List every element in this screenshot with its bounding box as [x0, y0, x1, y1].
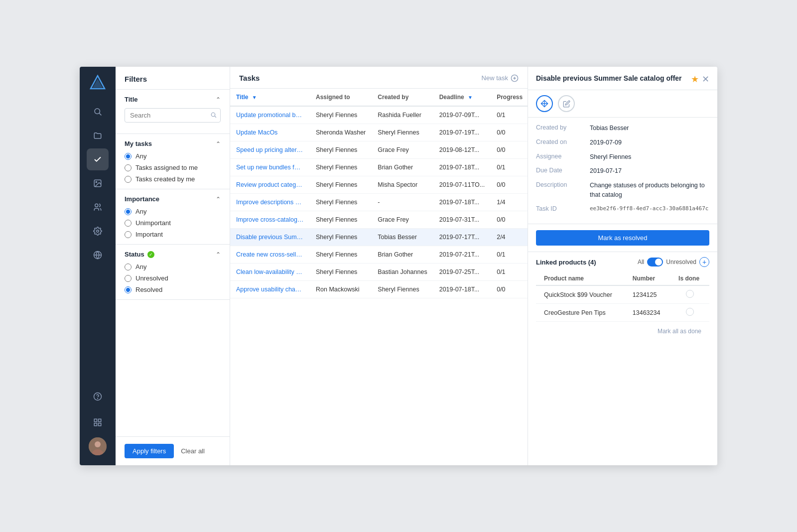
- sidebar: [80, 67, 116, 465]
- linked-col-done: Is done: [670, 272, 709, 285]
- filter-importance-header[interactable]: Importance ⌃: [125, 195, 221, 203]
- cell-deadline: 2019-07-21T...: [433, 246, 491, 264]
- sidebar-item-globe[interactable]: [87, 244, 109, 266]
- snowflake-icon-button[interactable]: [536, 95, 553, 112]
- filter-importance-important[interactable]: Important: [125, 231, 221, 238]
- detail-title: Disable previous Summer Sale catalog off…: [536, 74, 687, 84]
- cell-deadline: 2019-07-17T...: [433, 229, 491, 246]
- sidebar-item-settings[interactable]: [87, 220, 109, 242]
- filter-importance-section: Importance ⌃ Any Unimportant Important: [116, 189, 230, 245]
- table-row[interactable]: Set up new bundles for Au... Sheryl Fien…: [230, 159, 528, 176]
- sidebar-item-image[interactable]: [87, 172, 109, 194]
- filter-status-any[interactable]: Any: [125, 263, 221, 270]
- cell-created: Brian Gother: [372, 246, 433, 264]
- cell-assigned: Sheronda Washer: [310, 124, 372, 141]
- filter-mytasks-assigned[interactable]: Tasks assigned to me: [125, 164, 221, 171]
- cell-title: Update MacOs: [230, 124, 310, 141]
- cell-created: Bastian Johannes: [372, 264, 433, 281]
- sidebar-item-apps[interactable]: [87, 411, 109, 433]
- col-deadline[interactable]: Deadline ▼: [433, 89, 491, 106]
- cell-assigned: Sheryl Fiennes: [310, 106, 372, 124]
- cell-created: Brian Gother: [372, 159, 433, 176]
- app-logo: [88, 73, 108, 93]
- sidebar-item-folder[interactable]: [87, 125, 109, 146]
- linked-products-table: Product name Number Is done QuickStock $…: [536, 272, 709, 322]
- sidebar-item-tasks[interactable]: [87, 148, 109, 170]
- close-icon[interactable]: ✕: [702, 74, 709, 85]
- filter-status-section: Status ✓ ⌃ Any Unresolved Resolved: [116, 245, 230, 300]
- svg-point-2: [95, 109, 100, 114]
- filter-status-resolved[interactable]: Resolved: [125, 286, 221, 293]
- star-icon[interactable]: ★: [691, 74, 699, 85]
- col-title[interactable]: Title ▼: [230, 89, 310, 106]
- mark-all-done-button[interactable]: Mark all as done: [536, 326, 709, 341]
- filter-status-options: Any Unresolved Resolved: [125, 263, 221, 293]
- cell-deadline: 2019-07-31T...: [433, 211, 491, 229]
- table-row[interactable]: Speed up pricing alterations Sheryl Fien…: [230, 141, 528, 159]
- cell-title: Set up new bundles for Au...: [230, 159, 310, 176]
- filter-title-section: Title ⌃: [116, 90, 230, 134]
- linked-product-number: 1234125: [625, 285, 670, 304]
- detail-field-assignee: Assignee Sheryl Fiennes: [536, 152, 709, 162]
- table-row[interactable]: Disable previous Summer S... Sheryl Fien…: [230, 229, 528, 246]
- sidebar-item-search[interactable]: [87, 101, 109, 123]
- cell-deadline: 2019-07-18T...: [433, 281, 491, 298]
- linked-product-done[interactable]: [670, 304, 709, 322]
- new-task-button[interactable]: New task: [482, 74, 519, 82]
- cell-progress: 0/1: [491, 246, 528, 264]
- filter-status-unresolved[interactable]: Unresolved: [125, 274, 221, 282]
- sidebar-item-help[interactable]: [87, 386, 109, 407]
- filter-search-input[interactable]: [125, 108, 221, 123]
- sidebar-item-people[interactable]: [87, 196, 109, 218]
- linked-product-done[interactable]: [670, 285, 709, 304]
- add-linked-button[interactable]: +: [699, 257, 709, 267]
- filter-search-wrap: [125, 108, 221, 123]
- cell-title: Improve descriptions on All...: [230, 194, 310, 211]
- filter-title-label: Title: [125, 96, 138, 103]
- cell-deadline: 2019-07-09T...: [433, 106, 491, 124]
- filter-mytasks-header[interactable]: My tasks ⌃: [125, 140, 221, 147]
- filter-importance-unimportant[interactable]: Unimportant: [125, 219, 221, 227]
- filter-importance-any[interactable]: Any: [125, 208, 221, 215]
- filter-mytasks-created[interactable]: Tasks created by me: [125, 175, 221, 183]
- cell-title: Speed up pricing alterations: [230, 141, 310, 159]
- cell-assigned: Sheryl Fiennes: [310, 194, 372, 211]
- table-row[interactable]: Create new cross-sell for A... Sheryl Fi…: [230, 246, 528, 264]
- clear-filters-button[interactable]: Clear all: [179, 444, 207, 458]
- col-progress[interactable]: Progress: [491, 89, 528, 106]
- filters-panel: Filters Title ⌃ My tasks: [116, 67, 230, 465]
- chevron-up-icon: ⌃: [216, 140, 221, 147]
- cell-created: Sheryl Fiennes: [372, 124, 433, 141]
- table-row[interactable]: Clean low-availability produ... Sheryl F…: [230, 264, 528, 281]
- edit-icon-button[interactable]: [558, 95, 575, 112]
- cell-progress: 0/0: [491, 211, 528, 229]
- avatar[interactable]: [89, 437, 107, 455]
- linked-product-row[interactable]: CreoGesture Pen Tips 13463234: [536, 304, 709, 322]
- cell-progress: 2/4: [491, 229, 528, 246]
- cell-created: Sheryl Fiennes: [372, 281, 433, 298]
- col-created[interactable]: Created by: [372, 89, 433, 106]
- table-row[interactable]: Update MacOs Sheronda Washer Sheryl Fien…: [230, 124, 528, 141]
- detail-panel: Disable previous Summer Sale catalog off…: [528, 67, 717, 465]
- linked-title-row: Linked products (4) All Unresolved +: [536, 257, 709, 267]
- table-row[interactable]: Approve usability changes i... Ron Macko…: [230, 281, 528, 298]
- mark-resolved-button[interactable]: Mark as resolved: [536, 230, 709, 246]
- filter-title-header[interactable]: Title ⌃: [125, 96, 221, 103]
- linked-product-row[interactable]: QuickStock $99 Voucher 1234125: [536, 285, 709, 304]
- table-row[interactable]: Improve cross-catalog shari... Sheryl Fi…: [230, 211, 528, 229]
- svg-point-5: [96, 181, 97, 182]
- cell-assigned: Sheryl Fiennes: [310, 159, 372, 176]
- table-row[interactable]: Improve descriptions on All... Sheryl Fi…: [230, 194, 528, 211]
- svg-point-19: [211, 113, 215, 117]
- filter-mytasks-any[interactable]: Any: [125, 152, 221, 160]
- svg-point-17: [95, 441, 101, 447]
- linked-toggle[interactable]: [647, 258, 663, 266]
- filter-status-header[interactable]: Status ✓ ⌃: [125, 251, 221, 258]
- table-row[interactable]: Review product category fe... Sheryl Fie…: [230, 176, 528, 194]
- cell-progress: 0/1: [491, 159, 528, 176]
- cell-progress: 0/1: [491, 264, 528, 281]
- apply-filters-button[interactable]: Apply filters: [125, 444, 174, 458]
- col-assigned[interactable]: Assigned to: [310, 89, 372, 106]
- table-row[interactable]: Update promotional bundle... Sheryl Fien…: [230, 106, 528, 124]
- cell-title: Review product category fe...: [230, 176, 310, 194]
